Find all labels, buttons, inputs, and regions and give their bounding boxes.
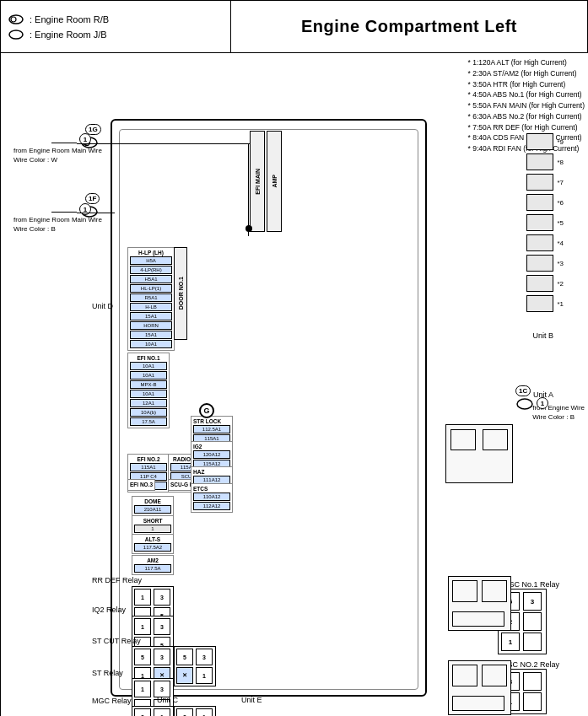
fuse-hlp-6: H-LB xyxy=(130,303,172,311)
fuse-hlp-2: 4-LP(RH) xyxy=(130,266,172,274)
wire-color-b: Wire Color : B xyxy=(13,224,102,234)
alt-s-area: ALT-S 117.5A2 xyxy=(132,534,174,554)
str-lock-f1: 112.5A1 xyxy=(193,425,230,433)
g-connector: G xyxy=(199,403,214,418)
iq2-pin3: 3 xyxy=(154,618,170,635)
fuse-star6-box xyxy=(526,194,553,211)
efi2-f1: 115A1 xyxy=(130,463,167,471)
large-comp-inner-c2 xyxy=(452,696,504,711)
wire-1g-to-box xyxy=(111,143,250,144)
iq2-relay-label: IQ2 Relay xyxy=(92,606,126,614)
connector-1f-desc: from Engine Room Main Wire Wire Color : … xyxy=(13,215,102,234)
header-legend: : Engine Room R/B : Engine Room J/B xyxy=(1,1,231,52)
wire-color-b2: Wire Color : B xyxy=(532,412,585,422)
fuse-star8-label: *8 xyxy=(557,159,564,166)
large-comp-box-2 xyxy=(448,660,511,715)
vsc1-pin3: 3 xyxy=(523,592,542,611)
haz-title: HAZ xyxy=(193,469,230,475)
note-4: * 4:50A ABS No.1 (for High Current) xyxy=(468,89,585,100)
vsc1-pin-blank xyxy=(523,612,542,631)
fuse-hlp-8: HORN xyxy=(130,321,172,330)
large-comp-inner-a2 xyxy=(452,665,477,686)
hlp-fuse-area: H-LP (LH) H5A 4-LP(RH) H5A1 HL-LP(1) R5A… xyxy=(127,247,175,351)
wire-line-1f xyxy=(51,212,77,213)
etcs-area: ETCS 110A12 112A12 xyxy=(191,483,233,513)
fuse-star4-label: *4 xyxy=(557,240,564,247)
vsc2-pin-blank2 xyxy=(523,692,542,711)
mgc2-pin3: 3 xyxy=(176,708,193,716)
vsc1-pin-blank2 xyxy=(523,633,542,651)
etcs-f2: 112A12 xyxy=(193,502,230,510)
large-comp-inner-a xyxy=(452,580,477,602)
fuse-hlp-1: H5A xyxy=(130,256,172,265)
etcs-title: ETCS xyxy=(193,486,230,492)
header: : Engine Room R/B : Engine Room J/B Engi… xyxy=(1,1,587,53)
fuse-star3-label: *3 xyxy=(557,260,564,267)
fuse-star5-box xyxy=(526,214,553,231)
efi-no1-title: EFI NO.1 xyxy=(130,355,167,361)
big-comp-inner-1 xyxy=(450,429,476,450)
efi1-f3: MPX-B xyxy=(130,380,167,389)
unit-e-label: Unit E xyxy=(241,696,262,704)
wire-vert-efi xyxy=(248,143,249,236)
efi1-f4: 10A1 xyxy=(130,390,167,398)
ig2-f1: 120A12 xyxy=(193,450,230,459)
rr-def-relay-label: RR DEF Relay xyxy=(92,576,142,584)
note-6: * 6:30A ABS No.2 (for High Current) xyxy=(468,111,585,122)
vsc1-pin1: 1 xyxy=(501,633,520,651)
unit-b-label: Unit B xyxy=(532,331,553,340)
num-1-near-1c: 1 xyxy=(537,397,548,409)
diagram-area: * 1:120A ALT (for High Current) * 2:30A … xyxy=(1,53,588,716)
connector-1g-desc: from Engine Room Main Wire Wire Color : … xyxy=(13,146,102,164)
fuse-star1-label: *1 xyxy=(557,300,564,308)
fuse-star7-box xyxy=(526,174,553,191)
big-component-1 xyxy=(445,424,513,483)
fuse-star9-box xyxy=(526,133,553,150)
fuse-star2-box xyxy=(526,275,553,292)
fuse-hlp-10: 10A1 xyxy=(130,340,172,348)
fuse-star7-label: *7 xyxy=(557,179,564,186)
iq2-pin1: 1 xyxy=(134,618,151,635)
mgc-relay-box1: 3 1 ✕ xyxy=(132,706,174,716)
am2-f1: 117.5A xyxy=(134,564,171,573)
dome-area: DOME 210A11 xyxy=(132,496,174,516)
fuse-hlp-5: R5A1 xyxy=(130,293,172,302)
am2-title: AM2 xyxy=(134,557,171,563)
alt-s-f1: 117.5A2 xyxy=(134,543,171,552)
st-pin1: 1 xyxy=(134,681,151,697)
note-3: * 3:50A HTR (for High Current) xyxy=(468,79,585,90)
efi-no3-area: EFI NO.3 xyxy=(127,479,155,491)
wire-h-1f xyxy=(77,213,115,213)
from-engine-room-text-1g: from Engine Room Main Wire xyxy=(13,146,102,155)
rib-label: : Engine Room R/B xyxy=(30,14,109,24)
fuse-star4-box xyxy=(526,234,553,251)
from-engine-room-text-1f: from Engine Room Main Wire xyxy=(13,215,102,224)
efi1-f5: 12A1 xyxy=(130,399,167,407)
rib-symbol-icon xyxy=(8,13,24,25)
str-lock-title: STR LOCK xyxy=(193,418,230,424)
st-cut-relay-box2: 5 3 ✕ 1 xyxy=(174,646,216,686)
short-title: SHORT xyxy=(134,518,171,524)
stcut2-pin3: 3 xyxy=(196,649,213,665)
svg-point-6 xyxy=(517,399,532,409)
large-comp-inner-b2 xyxy=(482,665,507,686)
jib-symbol-icon xyxy=(8,29,24,40)
fuse-hlp-9: 15A1 xyxy=(130,331,172,339)
label-1c: 1C xyxy=(515,385,531,396)
efi-main-label: EFI MAIN xyxy=(255,169,261,195)
stcut1-pin3: 3 xyxy=(154,649,170,665)
right-fuse-column: *9 *8 *7 *6 *5 xyxy=(526,133,564,315)
svg-point-1 xyxy=(11,17,16,22)
fuse-star5-label: *5 xyxy=(557,219,564,227)
stcut2-pin1: 1 xyxy=(196,667,213,684)
efi-main-strip: EFI MAIN xyxy=(250,131,265,232)
label-1f: 1F xyxy=(85,193,100,204)
title-text: Engine Compartment Left xyxy=(301,17,517,36)
fuse-hlp-3: H5A1 xyxy=(130,275,172,283)
amp-strip: AMP xyxy=(267,131,282,232)
efi1-f1: 10A1 xyxy=(130,362,167,370)
jib-label: : Engine Room J/B xyxy=(30,30,107,40)
mgc2-pin1: 1 xyxy=(196,708,213,716)
svg-point-2 xyxy=(9,30,23,39)
wire-h-1g xyxy=(77,143,115,144)
